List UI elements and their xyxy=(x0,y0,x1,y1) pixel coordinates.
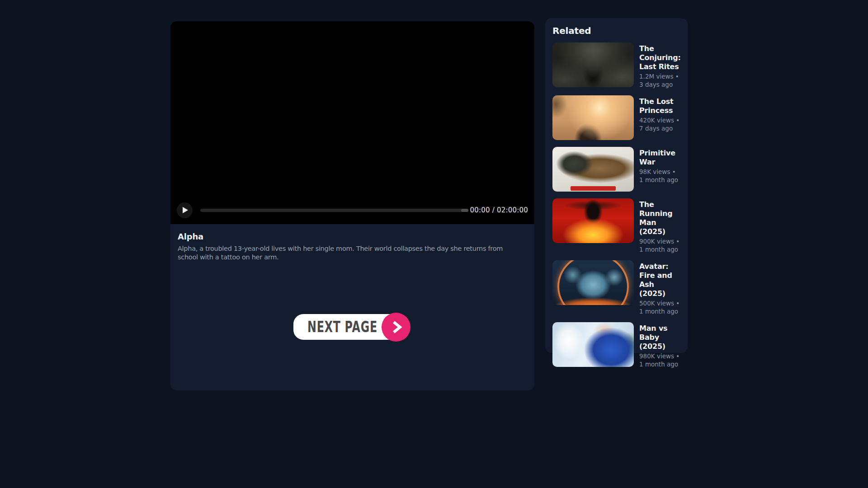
next-page-label: NEXT PAGE xyxy=(307,318,377,336)
related-thumbnail-primitive-war[interactable] xyxy=(552,147,634,192)
related-panel: Related The Conjuring: Last Rites 1.2M v… xyxy=(545,18,688,353)
progress-end-cap xyxy=(461,209,468,212)
related-video-item[interactable]: Primitive War 98K views • 1 month ago xyxy=(552,147,680,192)
video-info: Alpha Alpha, a troubled 13-year-old live… xyxy=(170,224,534,262)
related-meta: 98K views • 1 month ago xyxy=(639,168,680,184)
related-meta: 980K views • 1 month ago xyxy=(639,352,680,368)
related-item-text: Primitive War 98K views • 1 month ago xyxy=(639,147,680,192)
video-title: Alpha xyxy=(178,232,527,241)
related-item-text: Man vs Baby (2025) 980K views • 1 month … xyxy=(639,322,680,368)
related-meta: 420K views • 7 days ago xyxy=(639,117,680,132)
related-title: Avatar: Fire and Ash (2025) xyxy=(639,262,680,298)
related-thumbnail-running-man[interactable] xyxy=(552,198,634,243)
related-video-item[interactable]: The Running Man (2025) 900K views • 1 mo… xyxy=(552,198,680,253)
play-icon xyxy=(183,207,188,213)
related-video-item[interactable]: The Lost Princess 420K views • 7 days ag… xyxy=(552,95,680,140)
related-item-text: The Conjuring: Last Rites 1.2M views • 3… xyxy=(639,42,680,89)
related-video-item[interactable]: Avatar: Fire and Ash (2025) 500K views •… xyxy=(552,260,680,315)
video-controls: 00:00 / 02:00:00 xyxy=(170,202,534,218)
page-background: 00:00 / 02:00:00 Alpha Alpha, a troubled… xyxy=(0,0,868,488)
related-thumbnail-man-vs-baby[interactable] xyxy=(552,322,634,367)
related-thumbnail-conjuring[interactable] xyxy=(552,42,634,87)
related-title: Man vs Baby (2025) xyxy=(639,324,680,351)
related-title: The Running Man (2025) xyxy=(639,200,680,236)
video-player-card: 00:00 / 02:00:00 Alpha Alpha, a troubled… xyxy=(170,21,534,390)
time-display: 00:00 / 02:00:00 xyxy=(470,206,528,214)
related-item-text: Avatar: Fire and Ash (2025) 500K views •… xyxy=(639,260,680,315)
related-video-item[interactable]: Man vs Baby (2025) 980K views • 1 month … xyxy=(552,322,680,368)
related-title: The Conjuring: Last Rites xyxy=(639,44,680,71)
next-page-button[interactable]: NEXT PAGE xyxy=(293,313,427,342)
next-page-circle[interactable] xyxy=(382,313,410,342)
play-button[interactable] xyxy=(177,202,193,218)
related-title: The Lost Princess xyxy=(639,97,680,115)
related-thumbnail-lost-princess[interactable] xyxy=(552,95,634,140)
progress-bar[interactable] xyxy=(200,209,468,212)
video-description: Alpha, a troubled 13-year-old lives with… xyxy=(178,244,525,262)
related-header: Related xyxy=(552,25,680,36)
related-meta: 500K views • 1 month ago xyxy=(639,300,680,315)
related-thumbnail-avatar[interactable] xyxy=(552,260,634,305)
video-player[interactable]: 00:00 / 02:00:00 xyxy=(170,21,534,224)
related-meta: 900K views • 1 month ago xyxy=(639,238,680,253)
chevron-right-icon xyxy=(387,318,405,336)
related-title: Primitive War xyxy=(639,149,680,167)
related-item-text: The Running Man (2025) 900K views • 1 mo… xyxy=(639,198,680,253)
related-item-text: The Lost Princess 420K views • 7 days ag… xyxy=(639,95,680,140)
related-meta: 1.2M views • 3 days ago xyxy=(639,73,680,89)
related-video-item[interactable]: The Conjuring: Last Rites 1.2M views • 3… xyxy=(552,42,680,89)
